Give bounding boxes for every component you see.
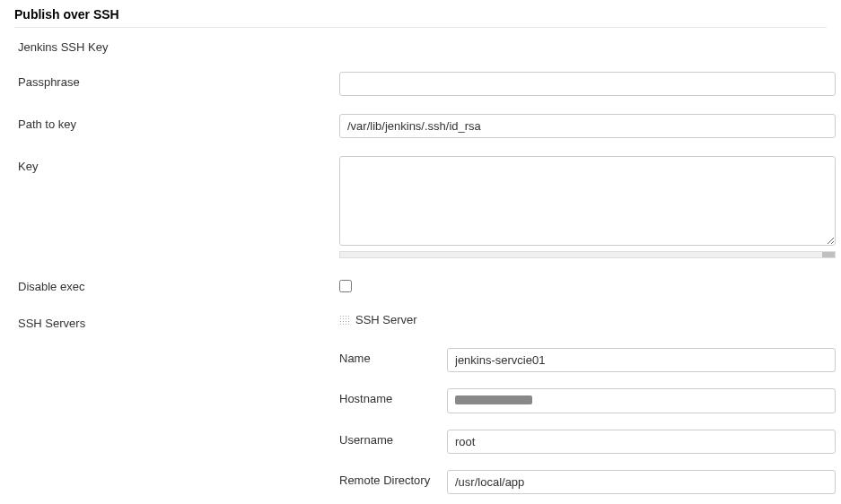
username-row: Username <box>339 424 841 459</box>
scroll-thumb[interactable] <box>822 252 835 257</box>
remote-directory-label: Remote Directory <box>339 470 447 487</box>
section-title: Publish over SSH <box>0 0 841 27</box>
key-textarea[interactable] <box>339 156 836 246</box>
ssh-server-block: Name Hostname Username Remote Directory <box>339 343 841 500</box>
jenkins-ssh-key-row: Jenkins SSH Key <box>0 31 841 59</box>
username-input[interactable] <box>447 430 836 454</box>
path-to-key-input[interactable] <box>339 114 836 138</box>
ssh-server-header: SSH Server <box>339 313 836 326</box>
jenkins-ssh-key-label: Jenkins SSH Key <box>18 37 339 54</box>
name-input[interactable] <box>447 348 836 372</box>
name-label: Name <box>339 348 447 365</box>
redacted-hostname <box>455 395 532 404</box>
passphrase-row: Passphrase <box>0 66 841 101</box>
ssh-servers-label: SSH Servers <box>18 313 339 330</box>
username-label: Username <box>339 430 447 447</box>
disable-exec-checkbox[interactable] <box>339 280 352 292</box>
path-to-key-row: Path to key <box>0 109 841 143</box>
path-to-key-label: Path to key <box>18 114 339 131</box>
name-row: Name <box>339 343 841 378</box>
ssh-servers-row: SSH Servers SSH Server <box>0 308 841 339</box>
hostname-input[interactable] <box>447 388 836 413</box>
divider <box>14 27 827 28</box>
drag-handle-icon[interactable] <box>339 315 350 326</box>
disable-exec-label: Disable exec <box>18 276 339 293</box>
key-row: Key <box>0 151 841 264</box>
remote-directory-row: Remote Directory <box>339 465 841 500</box>
remote-directory-input[interactable] <box>447 470 836 494</box>
hostname-row: Hostname <box>339 383 841 419</box>
disable-exec-row: Disable exec <box>0 271 841 300</box>
passphrase-label: Passphrase <box>18 72 339 89</box>
hostname-label: Hostname <box>339 388 447 405</box>
scroll-bar[interactable] <box>339 251 836 258</box>
passphrase-input[interactable] <box>339 72 836 96</box>
ssh-server-header-label: SSH Server <box>355 313 417 326</box>
key-label: Key <box>18 156 339 173</box>
